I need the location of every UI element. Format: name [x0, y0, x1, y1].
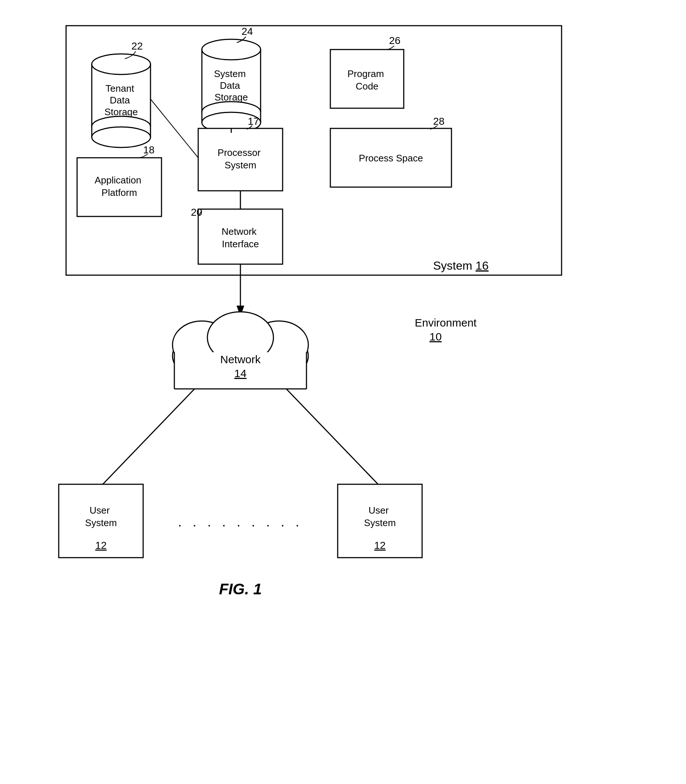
ref-22: 22	[131, 40, 143, 52]
user-system-left-num: 12	[95, 540, 106, 551]
main-svg: System 16 Tenant Data Storage 22	[29, 15, 653, 784]
network-cloud	[173, 312, 308, 393]
ellipsis-dots: . . . . . . . . .	[178, 514, 303, 530]
net-to-user-left	[103, 389, 194, 484]
ref-18: 18	[143, 144, 155, 156]
ref-24: 24	[242, 26, 253, 37]
system-number: 16	[476, 259, 489, 272]
env-number: 10	[430, 331, 441, 343]
ref-26: 26	[389, 35, 400, 46]
network-number: 14	[234, 367, 246, 379]
ref-17: 17	[248, 116, 259, 127]
network-label: Network	[220, 353, 261, 365]
tenant-cylinder-top	[92, 54, 150, 75]
net-to-user-right	[286, 389, 378, 484]
env-label: Environment	[415, 316, 477, 329]
fig-label: FIG. 1	[219, 580, 262, 598]
tenant-cylinder-bottom2	[92, 127, 150, 147]
process-space-label: Process Space	[359, 153, 423, 164]
user-system-right-num: 12	[374, 540, 385, 551]
system-label: System 16	[433, 259, 488, 272]
ref-28: 28	[433, 116, 444, 127]
diagram-container: System 16 Tenant Data Storage 22	[29, 15, 657, 762]
sys-cylinder-top	[202, 39, 261, 60]
